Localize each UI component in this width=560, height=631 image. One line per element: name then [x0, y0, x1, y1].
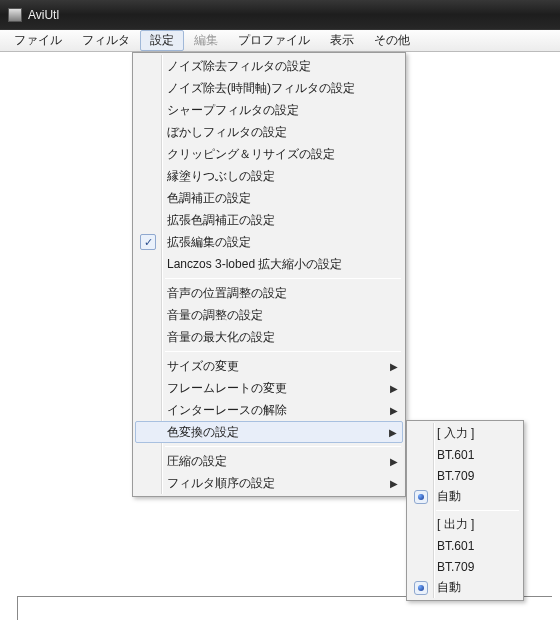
app-icon	[8, 8, 22, 22]
menuitem-lanczos[interactable]: Lanczos 3-lobed 拡大縮小の設定	[135, 253, 403, 275]
submenu-arrow-icon: ▶	[385, 456, 403, 467]
menu-edit: 編集	[184, 30, 228, 51]
submenu-arrow-icon: ▶	[385, 405, 403, 416]
menuitem-color-convert[interactable]: 色変換の設定▶	[135, 421, 403, 443]
menuitem-color-correction[interactable]: 色調補正の設定	[135, 187, 403, 209]
menu-separator	[165, 446, 401, 447]
menuitem-compression[interactable]: 圧縮の設定▶	[135, 450, 403, 472]
radio-icon	[414, 581, 428, 595]
submenu-output-bt601[interactable]: BT.601	[409, 535, 521, 556]
window-title: AviUtl	[28, 8, 59, 22]
menubar: ファイル フィルタ 設定 編集 プロファイル 表示 その他	[0, 30, 560, 52]
menu-settings[interactable]: 設定	[140, 30, 184, 51]
menuitem-noise-time-filter[interactable]: ノイズ除去(時間軸)フィルタの設定	[135, 77, 403, 99]
menu-filter[interactable]: フィルタ	[72, 30, 140, 51]
check-icon: ✓	[140, 234, 156, 250]
menu-separator	[165, 351, 401, 352]
submenu-arrow-icon: ▶	[385, 478, 403, 489]
submenu-output-auto[interactable]: 自動	[409, 577, 521, 598]
menu-view[interactable]: 表示	[320, 30, 364, 51]
menuitem-sharp-filter[interactable]: シャープフィルタの設定	[135, 99, 403, 121]
menuitem-filter-order[interactable]: フィルタ順序の設定▶	[135, 472, 403, 494]
menuitem-ext-color-correction[interactable]: 拡張色調補正の設定	[135, 209, 403, 231]
menuitem-audio-position[interactable]: 音声の位置調整の設定	[135, 282, 403, 304]
menuitem-noise-filter[interactable]: ノイズ除去フィルタの設定	[135, 55, 403, 77]
menuitem-resize[interactable]: サイズの変更▶	[135, 355, 403, 377]
menuitem-volume-max[interactable]: 音量の最大化の設定	[135, 326, 403, 348]
menu-separator	[436, 510, 519, 511]
submenu-input-bt709[interactable]: BT.709	[409, 465, 521, 486]
menuitem-blur-filter[interactable]: ぼかしフィルタの設定	[135, 121, 403, 143]
submenu-output-bt709[interactable]: BT.709	[409, 556, 521, 577]
color-convert-submenu: [ 入力 ] BT.601 BT.709 自動 [ 出力 ] BT.601 BT…	[406, 420, 524, 601]
window-titlebar: AviUtl	[0, 0, 560, 30]
menu-profile[interactable]: プロファイル	[228, 30, 320, 51]
submenu-arrow-icon: ▶	[385, 383, 403, 394]
submenu-input-auto[interactable]: 自動	[409, 486, 521, 507]
menu-other[interactable]: その他	[364, 30, 420, 51]
submenu-input-bt601[interactable]: BT.601	[409, 444, 521, 465]
submenu-input-header: [ 入力 ]	[409, 423, 521, 444]
menuitem-deinterlace[interactable]: インターレースの解除▶	[135, 399, 403, 421]
submenu-output-header: [ 出力 ]	[409, 514, 521, 535]
settings-dropdown: ノイズ除去フィルタの設定 ノイズ除去(時間軸)フィルタの設定 シャープフィルタの…	[132, 52, 406, 497]
menu-separator	[165, 278, 401, 279]
submenu-arrow-icon: ▶	[385, 361, 403, 372]
menuitem-edge-fill[interactable]: 縁塗りつぶしの設定	[135, 165, 403, 187]
menu-file[interactable]: ファイル	[4, 30, 72, 51]
menuitem-ext-edit[interactable]: ✓ 拡張編集の設定	[135, 231, 403, 253]
submenu-arrow-icon: ▶	[384, 427, 402, 438]
menuitem-framerate[interactable]: フレームレートの変更▶	[135, 377, 403, 399]
menuitem-volume-adjust[interactable]: 音量の調整の設定	[135, 304, 403, 326]
menuitem-clipping-resize[interactable]: クリッピング＆リサイズの設定	[135, 143, 403, 165]
radio-icon	[414, 490, 428, 504]
